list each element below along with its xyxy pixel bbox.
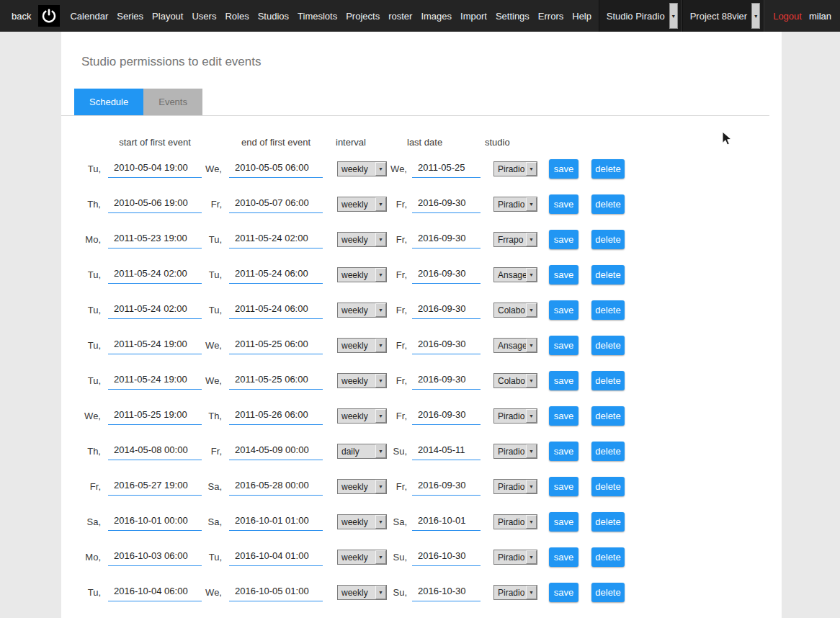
- start-input[interactable]: [108, 267, 202, 284]
- interval-select[interactable]: weekly ▼: [337, 514, 387, 529]
- save-button[interactable]: save: [549, 194, 578, 214]
- delete-button[interactable]: delete: [591, 406, 625, 426]
- nav-item-playout[interactable]: Playout: [148, 11, 187, 22]
- save-button[interactable]: save: [549, 512, 578, 532]
- end-input[interactable]: [229, 267, 323, 284]
- interval-select[interactable]: weekly ▼: [337, 338, 387, 353]
- save-button[interactable]: save: [549, 300, 578, 320]
- delete-button[interactable]: delete: [591, 300, 625, 320]
- logout-link[interactable]: Logout: [773, 11, 802, 22]
- interval-select[interactable]: weekly ▼: [337, 550, 387, 565]
- interval-select[interactable]: weekly ▼: [337, 197, 387, 212]
- nav-item-import[interactable]: Import: [456, 11, 491, 22]
- nav-item-calendar[interactable]: Calendar: [66, 11, 112, 22]
- start-input[interactable]: [108, 443, 202, 460]
- save-button[interactable]: save: [549, 371, 578, 390]
- end-input[interactable]: [229, 196, 323, 213]
- back-link[interactable]: back: [12, 11, 31, 22]
- nav-item-roles[interactable]: Roles: [220, 11, 253, 22]
- studio-select[interactable]: Piradio ▼: [493, 444, 537, 459]
- start-input[interactable]: [108, 337, 202, 354]
- save-button[interactable]: save: [549, 547, 578, 567]
- interval-select[interactable]: weekly ▼: [337, 161, 387, 176]
- delete-button[interactable]: delete: [591, 194, 625, 214]
- interval-select[interactable]: weekly ▼: [337, 479, 387, 494]
- last-date-input[interactable]: [412, 514, 481, 531]
- studio-select[interactable]: Piradio ▼: [493, 197, 537, 212]
- save-button[interactable]: save: [549, 583, 578, 602]
- start-input[interactable]: [108, 372, 202, 390]
- delete-button[interactable]: delete: [591, 583, 625, 602]
- studio-select-nav[interactable]: Studio Piradio ▾: [599, 0, 682, 32]
- studio-select[interactable]: Ansage ▼: [493, 338, 537, 353]
- start-input[interactable]: [108, 161, 202, 178]
- last-date-input[interactable]: [412, 584, 481, 601]
- last-date-input[interactable]: [412, 372, 481, 390]
- delete-button[interactable]: delete: [591, 371, 625, 390]
- studio-select[interactable]: Piradio ▼: [493, 161, 537, 176]
- nav-item-settings[interactable]: Settings: [491, 11, 534, 22]
- last-date-input[interactable]: [412, 231, 481, 248]
- interval-select[interactable]: weekly ▼: [337, 267, 387, 282]
- delete-button[interactable]: delete: [591, 547, 625, 567]
- nav-item-roster[interactable]: roster: [384, 11, 416, 22]
- last-date-input[interactable]: [412, 443, 481, 460]
- studio-select[interactable]: Colabo ▼: [493, 303, 537, 318]
- nav-item-help[interactable]: Help: [568, 11, 596, 22]
- start-input[interactable]: [108, 408, 202, 425]
- project-select-nav[interactable]: Project 88vier ▾: [682, 0, 764, 32]
- end-input[interactable]: [229, 231, 323, 248]
- start-input[interactable]: [108, 584, 202, 601]
- studio-select[interactable]: Piradio ▼: [493, 550, 537, 565]
- nav-item-studios[interactable]: Studios: [254, 11, 293, 22]
- end-input[interactable]: [229, 337, 323, 354]
- save-button[interactable]: save: [549, 477, 578, 496]
- start-input[interactable]: [108, 231, 202, 248]
- last-date-input[interactable]: [412, 161, 481, 178]
- studio-select[interactable]: Frrapo ▼: [493, 232, 537, 247]
- start-input[interactable]: [108, 196, 202, 213]
- tab-events[interactable]: Events: [143, 89, 202, 115]
- nav-item-series[interactable]: Series: [112, 11, 148, 22]
- delete-button[interactable]: delete: [591, 336, 625, 355]
- app-logo[interactable]: [38, 5, 60, 27]
- start-input[interactable]: [108, 302, 202, 319]
- end-input[interactable]: [229, 302, 323, 319]
- nav-item-projects[interactable]: Projects: [341, 11, 384, 22]
- save-button[interactable]: save: [549, 336, 578, 355]
- delete-button[interactable]: delete: [591, 265, 625, 285]
- end-input[interactable]: [229, 161, 323, 178]
- delete-button[interactable]: delete: [591, 442, 625, 461]
- last-date-input[interactable]: [412, 337, 481, 354]
- delete-button[interactable]: delete: [591, 477, 625, 496]
- nav-item-users[interactable]: Users: [187, 11, 220, 22]
- nav-item-timeslots[interactable]: Timeslots: [293, 11, 341, 22]
- interval-select[interactable]: weekly ▼: [337, 232, 387, 247]
- end-input[interactable]: [229, 514, 323, 531]
- interval-select[interactable]: weekly ▼: [337, 408, 387, 424]
- save-button[interactable]: save: [549, 406, 578, 426]
- end-input[interactable]: [229, 443, 323, 460]
- studio-select[interactable]: Colabo ▼: [493, 373, 537, 388]
- nav-item-errors[interactable]: Errors: [534, 11, 568, 22]
- start-input[interactable]: [108, 549, 202, 566]
- end-input[interactable]: [229, 372, 323, 390]
- last-date-input[interactable]: [412, 549, 481, 566]
- start-input[interactable]: [108, 514, 202, 531]
- delete-button[interactable]: delete: [591, 159, 625, 179]
- save-button[interactable]: save: [549, 159, 578, 179]
- save-button[interactable]: save: [549, 230, 578, 249]
- last-date-input[interactable]: [412, 267, 481, 284]
- interval-select[interactable]: weekly ▼: [337, 303, 387, 318]
- start-input[interactable]: [108, 478, 202, 496]
- last-date-input[interactable]: [412, 302, 481, 319]
- nav-item-images[interactable]: Images: [416, 11, 456, 22]
- delete-button[interactable]: delete: [591, 512, 625, 532]
- studio-select[interactable]: Piradio ▼: [493, 514, 537, 529]
- interval-select[interactable]: weekly ▼: [337, 585, 387, 600]
- last-date-input[interactable]: [412, 196, 481, 213]
- interval-select[interactable]: daily ▼: [337, 444, 387, 459]
- last-date-input[interactable]: [412, 478, 481, 496]
- end-input[interactable]: [229, 408, 323, 425]
- studio-select[interactable]: Ansage ▼: [493, 267, 537, 282]
